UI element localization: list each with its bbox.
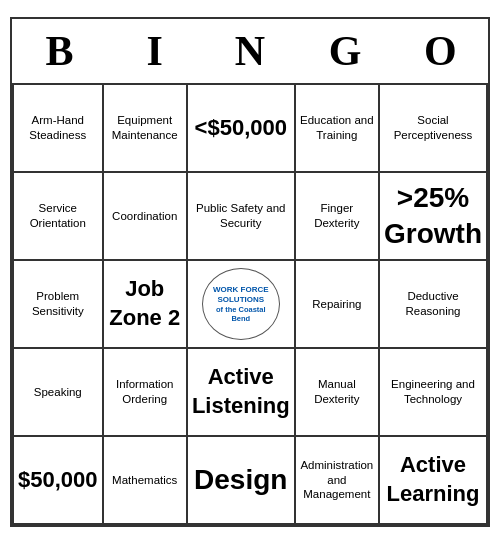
cell-r4c3: Active Listening	[188, 349, 296, 437]
cell-r2c2: Coordination	[104, 173, 188, 261]
cell-r5c5: Active Learning	[380, 437, 488, 525]
cell-r5c1: $50,000	[14, 437, 104, 525]
cell-r5c4: Administration and Management	[296, 437, 380, 525]
cell-r2c1: Service Orientation	[14, 173, 104, 261]
cell-r5c2: Mathematics	[104, 437, 188, 525]
letter-b: B	[16, 27, 104, 75]
letter-i: I	[111, 27, 199, 75]
cell-r4c4: Manual Dexterity	[296, 349, 380, 437]
free-space-title: WORK FORCE SOLUTIONS	[207, 285, 275, 304]
cell-r2c4: Finger Dexterity	[296, 173, 380, 261]
cell-r2c3: Public Safety and Security	[188, 173, 296, 261]
cell-r1c1: Arm-Hand Steadiness	[14, 85, 104, 173]
cell-r3c5: Deductive Reasoning	[380, 261, 488, 349]
cell-r3c3-free: WORK FORCE SOLUTIONS of the Coastal Bend	[188, 261, 296, 349]
cell-r3c1: Problem Sensitivity	[14, 261, 104, 349]
cell-r1c2: Equipment Maintenance	[104, 85, 188, 173]
cell-r4c1: Speaking	[14, 349, 104, 437]
cell-r1c4: Education and Training	[296, 85, 380, 173]
letter-o: O	[396, 27, 484, 75]
free-space-subtitle: of the Coastal Bend	[207, 305, 275, 323]
cell-r1c5: Social Perceptiveness	[380, 85, 488, 173]
cell-r2c5: >25% Growth	[380, 173, 488, 261]
cell-r4c5: Engineering and Technology	[380, 349, 488, 437]
bingo-grid: Arm-Hand Steadiness Equipment Maintenanc…	[12, 85, 488, 525]
cell-r5c3: Design	[188, 437, 296, 525]
cell-r3c4: Repairing	[296, 261, 380, 349]
letter-g: G	[301, 27, 389, 75]
letter-n: N	[206, 27, 294, 75]
cell-r3c2: Job Zone 2	[104, 261, 188, 349]
cell-r1c3: <$50,000	[188, 85, 296, 173]
free-space-inner: WORK FORCE SOLUTIONS of the Coastal Bend	[202, 268, 280, 340]
bingo-card: B I N G O Arm-Hand Steadiness Equipment …	[10, 17, 490, 527]
bingo-header: B I N G O	[12, 19, 488, 85]
cell-r4c2: Information Ordering	[104, 349, 188, 437]
